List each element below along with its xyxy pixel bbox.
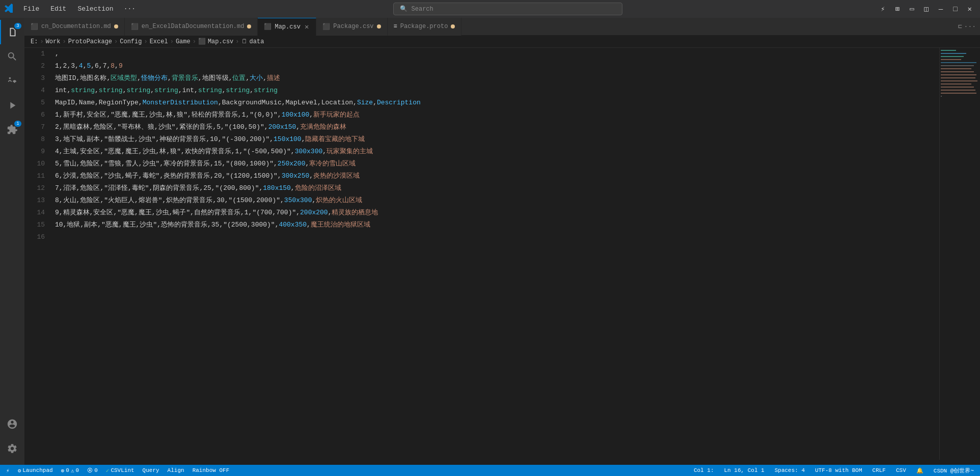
extensions-badge: 1 [14,121,21,127]
tabs-bar: ⬛ cn_Documentation.md ⬛ en_ExcelDataDocu… [24,18,980,36]
svg-rect-12 [941,83,971,85]
port-icon: ⦿ [87,467,93,474]
svg-rect-13 [941,87,974,88]
breadcrumb-game[interactable]: Game [176,38,190,45]
tabs-more-btn[interactable]: ··· [964,23,976,31]
code-line-8: 3,地下城,副本,"骷髅战士,沙虫",神秘的背景音乐,10,"(-300,200… [55,133,935,146]
status-spaces[interactable]: Spaces: 4 [773,467,807,473]
menu-edit[interactable]: Edit [46,3,70,15]
activity-settings[interactable] [0,436,24,461]
menu-selection[interactable]: Selection [73,3,117,15]
language-label: CSV [896,467,906,473]
status-query[interactable]: Query [141,467,161,473]
tab-en-doc[interactable]: ⬛ en_ExcelDataDocumentation.md [125,18,258,36]
breadcrumb-data-icon: 🗒 [241,38,248,45]
status-bell[interactable]: 🔔 [914,467,925,474]
status-line-ending[interactable]: CRLF [870,467,888,473]
launchpad-label: Launchpad [22,467,52,473]
tab-package-proto-label: Package.proto [400,23,448,30]
title-bar-left: File Edit Selection ··· [4,3,139,15]
status-rainbow[interactable]: Rainbow OFF [190,467,232,473]
tab-proto-modified [451,24,455,29]
code-line-15: 10,地狱,副本,"恶魔,魔王,沙虫",恐怖的背景音乐,35,"(2500,30… [55,219,935,231]
activity-explorer[interactable]: 3 [0,20,24,44]
menu-file[interactable]: File [19,3,43,15]
code-line-5: MapID,Name,RegionType,MonsterDistributio… [55,97,935,109]
tab-package-csv[interactable]: ⬛ Package.csv [316,18,387,36]
breadcrumb-excel[interactable]: Excel [150,38,168,45]
status-encoding[interactable]: UTF-8 with BOM [813,467,864,473]
breadcrumb-csv-icon: ⬛ [198,38,206,45]
port-count: 0 [94,467,98,473]
tab-map-csv-label: Map.csv [275,23,300,31]
tab-map-csv-close[interactable]: ✕ [304,22,310,32]
activity-search[interactable] [0,44,24,69]
tab-proto-icon: ≡ [394,23,397,30]
breadcrumb-config[interactable]: Config [120,38,142,45]
status-csvlint[interactable]: ✓ CSVLint [104,467,137,474]
breadcrumb-work[interactable]: Work [46,38,61,45]
status-right: Col 1: Ln 16, Col 1 Spaces: 4 UTF-8 with… [692,467,976,474]
tab-cn-doc-modified [114,24,118,29]
status-watermark: CSDN @创世界~ [932,467,976,474]
tab-map-csv[interactable]: ⬛ Map.csv ✕ [258,18,316,36]
tab-cn-doc[interactable]: ⬛ cn_Documentation.md [24,18,125,36]
status-remote[interactable]: ⚡ [4,467,12,474]
activity-extensions[interactable]: 1 [0,118,24,142]
breadcrumb-data[interactable]: data [250,38,264,45]
tab-en-doc-modified [247,24,251,29]
status-errors[interactable]: ⊗ 0 ⚠ 0 [59,467,81,474]
search-placeholder: Search [412,6,433,13]
code-content[interactable]: , 1,2,3,4,5,6,7,8,9 地图ID,地图名称,区域类型,怪物分布,… [51,48,939,460]
activity-source-control[interactable] [0,69,24,93]
status-language[interactable]: CSV [894,467,908,473]
tab-cn-doc-label: cn_Documentation.md [41,23,111,30]
encoding-label: UTF-8 with BOM [815,467,862,473]
code-line-4: int,string,string,string,string,int,stri… [55,85,935,97]
breadcrumb-e[interactable]: E: [31,38,38,45]
tab-csv-icon: ⬛ [264,23,271,31]
status-col[interactable]: Col 1: [692,467,716,473]
status-launchpad[interactable]: ⚙ Launchpad [16,467,55,474]
code-line-14: 9,精灵森林,安全区,"恶魔,魔王,沙虫,蝎子",自然的背景音乐,1,"(700… [55,207,935,219]
maximize-btn[interactable]: □ [949,3,961,15]
csvlint-icon: ✓ [106,467,110,474]
svg-rect-14 [941,90,975,91]
warning-icon: ⚠ [71,467,74,474]
breadcrumb-mapcsv[interactable]: Map.csv [208,38,233,45]
status-port[interactable]: ⦿ 0 [85,467,100,474]
menu-more[interactable]: ··· [121,3,139,15]
minimize-btn[interactable]: — [935,3,947,15]
tabs-actions: ⊏ ··· [954,22,980,31]
error-count: 0 [66,467,69,473]
activity-account[interactable] [0,412,24,436]
tab-en-doc-label: en_ExcelDataDocumentation.md [142,23,244,30]
code-area: 1 2 3 4 5 6 7 8 9 10 11 12 13 14 15 16 [24,48,980,460]
copilot-btn[interactable]: ⚡ [877,3,889,15]
status-align[interactable]: Align [166,467,186,473]
svg-rect-1 [941,50,956,51]
status-position[interactable]: Ln 16, Col 1 [722,467,767,473]
remote-icon: ⚡ [6,467,10,474]
svg-rect-10 [941,77,975,78]
hscrollbar [24,460,980,465]
col-label: Col 1: [694,467,714,473]
launchpad-icon: ⚙ [18,467,21,474]
position-label: Ln 16, Col 1 [724,467,765,473]
svg-rect-8 [941,71,974,72]
svg-rect-11 [941,80,977,81]
code-line-13: 8,火山,危险区,"火焰巨人,熔岩兽",炽热的背景音乐,30,"(1500,20… [55,194,935,207]
tab-package-proto[interactable]: ≡ Package.proto [388,18,462,36]
tab-package-csv-label: Package.csv [333,23,373,30]
svg-rect-2 [941,53,966,54]
split-editor-btn[interactable]: ⊏ [958,22,962,31]
close-btn[interactable]: ✕ [964,3,976,15]
sidebar-btn[interactable]: ◫ [920,3,932,15]
search-bar[interactable]: 🔍 Search [393,3,622,15]
code-line-10: 5,雪山,危险区,"雪狼,雪人,沙虫",寒冷的背景音乐,15,"(800,100… [55,158,935,170]
activity-run[interactable] [0,93,24,118]
tab-pkg-csv-icon: ⬛ [322,23,330,31]
layout-btn[interactable]: ⊞ [891,3,903,15]
panel-btn[interactable]: ▭ [906,3,918,15]
breadcrumb-proto[interactable]: ProtoPackage [68,38,112,45]
